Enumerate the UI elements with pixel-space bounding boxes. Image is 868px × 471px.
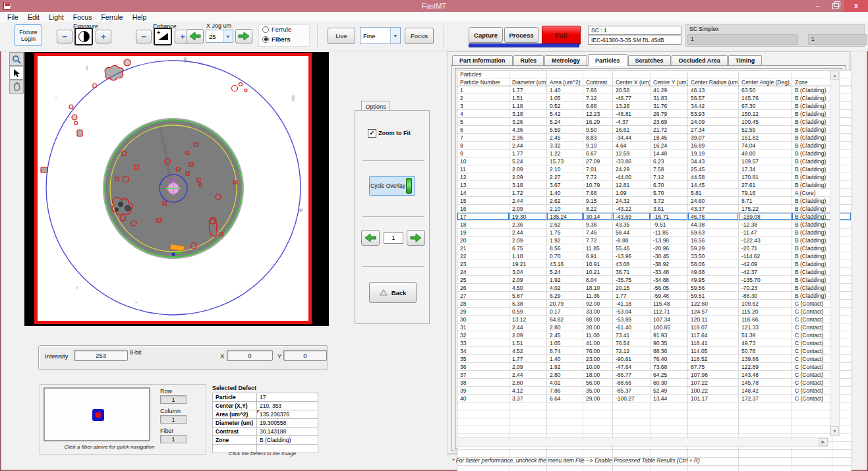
- xjog-left-button[interactable]: [187, 29, 204, 43]
- column-header-area-um-2[interactable]: Area (um^2): [547, 78, 583, 86]
- table-row-18[interactable]: 182.362.629.3843.35-9.5144.38-12.38B (Cl…: [457, 221, 852, 229]
- focus-button[interactable]: Focus: [405, 28, 434, 44]
- live-button[interactable]: Live: [328, 28, 355, 44]
- selected-fiber-marker[interactable]: [92, 409, 104, 421]
- table-row-5[interactable]: 53.265.2416.29-4.3723.6924.09100.45B (Cl…: [457, 118, 852, 126]
- table-row-9[interactable]: 91.771.226.6712.5914.4819.1949.00B (Clad…: [457, 150, 852, 157]
- table-row-6[interactable]: 64.365.599.5016.6121.7227.3452.59B (Clad…: [457, 126, 852, 134]
- column-header-center-radius-um[interactable]: Center Radius (um): [688, 78, 739, 86]
- back-button[interactable]: Back: [369, 282, 417, 303]
- prev-fiber-button[interactable]: [361, 230, 380, 246]
- radio-fibers[interactable]: Fibers: [262, 36, 291, 43]
- table-row-35[interactable]: 351.771.4023.00-90.6176.40118.52139.86C …: [457, 355, 852, 363]
- column-header-particle-number[interactable]: Particle Number: [457, 78, 509, 86]
- table-row-26[interactable]: 264.504.0218.1020.15-56.0559.56-70.23B (…: [457, 284, 852, 292]
- tab-particles[interactable]: Particles: [588, 54, 627, 66]
- tab-timing[interactable]: Timing: [728, 55, 762, 66]
- table-row-33[interactable]: 331.511.0541.0076.5490.35118.4149.73C (C…: [457, 339, 852, 347]
- column-header-zone[interactable]: Zone: [792, 78, 832, 86]
- table-row-16[interactable]: 162.092.108.22-43.223.6143.37175.22B (Cl…: [457, 205, 852, 213]
- fiber-endface-image[interactable]: Core: [38, 56, 308, 321]
- column-header-center-angle-deg[interactable]: Center Angle (Deg): [739, 78, 792, 86]
- table-row-19[interactable]: 192.441.757.4658.44-11.8559.63-11.47B (C…: [457, 229, 852, 236]
- table-row-24[interactable]: 243.045.2410.2136.71-33.4849.68-42.37B (…: [457, 268, 852, 276]
- particles-table-viewport[interactable]: Particles Particle NumberDiameter (um)Ar…: [455, 68, 842, 449]
- scroll-up-icon[interactable]: ▲: [830, 70, 839, 80]
- vertical-scrollbar[interactable]: ▲ ▼: [830, 70, 840, 436]
- exposure-contrast-button[interactable]: [74, 28, 93, 45]
- menu-item-light[interactable]: Light: [44, 13, 69, 21]
- scroll-down-icon[interactable]: ▼: [830, 426, 839, 435]
- fiber-nav-display[interactable]: [43, 387, 150, 441]
- table-row-1[interactable]: 11.771.407.8620.5841.2946.1363.50B (Clad…: [457, 86, 852, 94]
- xjog-select[interactable]: 25▼: [206, 30, 233, 43]
- menu-item-focus[interactable]: Focus: [69, 13, 97, 21]
- table-row-12[interactable]: 122.092.277.72-44.007.1244.58170.81B (Cl…: [457, 173, 852, 181]
- table-row-17[interactable]: 1719.30135.2430.14-43.69-16.7146.78-159.…: [457, 213, 852, 221]
- enhance-ramp-button[interactable]: +: [154, 28, 172, 45]
- table-row-11[interactable]: 112.092.107.0124.297.5825.4517.34B (Clad…: [457, 165, 852, 173]
- zoom-to-fit-checkbox[interactable]: ✓: [368, 129, 376, 138]
- pan-tool-button[interactable]: [9, 80, 24, 94]
- table-row-30[interactable]: 3013.1264.8288.00-53.89107.34120.11116.6…: [457, 316, 852, 323]
- table-row-10[interactable]: 105.2415.7327.09-33.866.2334.43169.57B (…: [457, 157, 852, 165]
- tab-rules[interactable]: Rules: [513, 55, 544, 66]
- table-row-37[interactable]: 372.442.8018.00-86.7764.25107.96143.48C …: [457, 371, 852, 379]
- menu-item-file[interactable]: File: [3, 13, 23, 21]
- menu-item-help[interactable]: Help: [128, 13, 152, 21]
- column-header-diameter-um[interactable]: Diameter (um): [509, 78, 547, 86]
- table-row-34[interactable]: 344.528.7476.0072.1288.36114.0550.78C (C…: [457, 347, 852, 355]
- horizontal-scrollbar[interactable]: ▶: [457, 437, 828, 447]
- enhance-decrease-button[interactable]: −: [136, 30, 152, 43]
- table-row-2[interactable]: 21.511.057.12-46.7731.8356.57145.76B (Cl…: [457, 94, 852, 102]
- menu-item-edit[interactable]: Edit: [23, 13, 44, 21]
- table-row-7[interactable]: 72.362.458.83-34.4418.4539.07151.82B (Cl…: [457, 134, 852, 142]
- tab-metrology[interactable]: Metrology: [544, 55, 587, 66]
- column-header-contrast[interactable]: Contrast: [583, 78, 613, 86]
- menu-item-ferrule[interactable]: Ferrule: [96, 13, 127, 21]
- close-button[interactable]: x: [844, 0, 868, 12]
- table-row-39[interactable]: 394.127.8635.00-85.3752.49100.22148.42C …: [457, 387, 852, 395]
- table-row-14[interactable]: 141.721.407.681.095.705.8179.16A (Core): [457, 189, 852, 197]
- column-header-center-x-um[interactable]: Center X (um): [613, 78, 651, 86]
- zoom-tool-button[interactable]: [9, 52, 24, 66]
- fixture-login-button[interactable]: Fixture Login: [14, 24, 42, 46]
- table-row-15[interactable]: 152.442.629.1524.323.7224.608.71B (Cladd…: [457, 197, 852, 205]
- table-row-31[interactable]: 312.442.8020.00-61.40100.85118.07121.33C…: [457, 323, 852, 331]
- table-row-38[interactable]: 382.804.0256.00-88.6660.30107.22145.78C …: [457, 379, 852, 387]
- table-row-25[interactable]: 252.091.928.04-35.75-34.8849.95-135.70B …: [457, 276, 852, 284]
- table-row-40[interactable]: 403.376.6429.00-100.2713.44101.17172.37C…: [457, 395, 852, 402]
- exposure-increase-button[interactable]: +: [96, 30, 111, 43]
- table-row-23[interactable]: 2319.2143.1610.9143.08-38.9258.06-42.09B…: [457, 260, 852, 268]
- next-fiber-button[interactable]: [407, 230, 425, 246]
- capture-button[interactable]: Capture: [469, 27, 503, 43]
- xjog-right-button[interactable]: [235, 29, 252, 43]
- tab-scratches[interactable]: Scratches: [628, 55, 671, 66]
- table-row-22[interactable]: 221.180.706.91-13.96-30.4533.50-114.62B …: [457, 252, 852, 260]
- focus-mode-select[interactable]: Fine▼: [360, 27, 401, 44]
- process-button[interactable]: Process: [504, 27, 538, 43]
- table-row-20[interactable]: 202.091.927.72-8.88-13.9816.56-122.43B (…: [457, 236, 852, 244]
- table-row-21[interactable]: 216.758.5611.8555.46-20.9659.29-20.71B (…: [457, 244, 852, 252]
- table-row-28[interactable]: 286.3820.7992.00-41.18115.48122.60109.62…: [457, 300, 852, 308]
- table-row-3[interactable]: 31.180.526.6813.2831.7634.4267.30B (Clad…: [457, 102, 852, 110]
- tab-part-information[interactable]: Part Information: [452, 55, 513, 66]
- select-tool-button[interactable]: [9, 66, 24, 80]
- fiber-image-frame[interactable]: Core: [34, 53, 312, 324]
- image-viewport[interactable]: Core: [24, 52, 329, 326]
- restore-button[interactable]: [826, 0, 844, 12]
- cycle-overlay-button[interactable]: Cycle Overlay: [369, 176, 415, 196]
- table-row-8[interactable]: 82.443.329.104.6416.2416.8974.04B (Cladd…: [457, 142, 852, 150]
- exposure-decrease-button[interactable]: −: [57, 30, 72, 43]
- minimize-button[interactable]: –: [809, 0, 826, 12]
- column-header-center-y-um[interactable]: Center Y (um): [651, 78, 688, 86]
- table-row-4[interactable]: 43.185.4212.23-46.8126.7953.93150.22B (C…: [457, 110, 852, 118]
- table-row-36[interactable]: 362.091.9210.00-47.6473.6887.75122.89C (…: [457, 363, 852, 371]
- table-row-27[interactable]: 275.876.2911.361.77-59.4859.51-88.30B (C…: [457, 292, 852, 300]
- scroll-right-icon[interactable]: ▶: [819, 438, 828, 446]
- table-row-29[interactable]: 290.590.1733.00-53.04112.71124.57115.20C…: [457, 308, 852, 316]
- table-row-13[interactable]: 133.183.6710.7912.816.7014.4527.61B (Cla…: [457, 181, 852, 189]
- table-row-32[interactable]: 322.092.4511.0073.4191.93117.6451.39C (C…: [457, 331, 852, 339]
- tab-occluded-area[interactable]: Occluded Area: [672, 55, 728, 66]
- radio-ferrule[interactable]: Ferrule: [262, 26, 291, 33]
